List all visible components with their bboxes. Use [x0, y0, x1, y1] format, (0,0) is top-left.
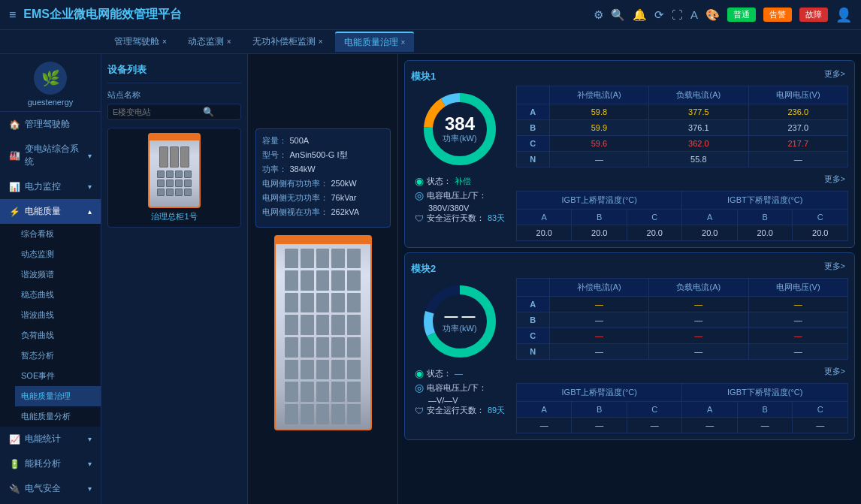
navtabs: 管理驾驶舱 × 动态监测 × 无功补偿柜监测 × 电能质量治理 ×: [0, 30, 861, 54]
igbt-upper-header: IGBT上桥臂温度(°C): [517, 192, 682, 210]
module2-table2: IGBT上桥臂温度(°C) IGBT下桥臂温度(°C) ABCABC —————…: [516, 383, 848, 433]
module1-table1: 补偿电流(A) 负载电流(A) 电网电压(V) A 59.8 377.5 236…: [516, 86, 848, 167]
user-icon[interactable]: 👤: [835, 7, 852, 23]
module1-header: 模块1: [411, 70, 509, 83]
module2-donut-center: — — 功率(kW): [443, 309, 476, 334]
module2-donut-info: ◉ 状态： — ◎ 电容电压上/下： —V/—V 🛡 安全运行天数： 89: [415, 367, 505, 418]
search-icon[interactable]: 🔍: [611, 8, 625, 22]
device-panel: 设备列表 站点名称 🔍: [101, 54, 248, 504]
sidebar-item-overview[interactable]: 综合看板: [15, 224, 101, 244]
module1-table2: IGBT上桥臂温度(°C) IGBT下桥臂温度(°C) ABCABC 20.02…: [516, 191, 848, 241]
device-image-main: [148, 133, 201, 208]
spec-grid-apparent: 电网侧视在功率： 262kVA: [262, 207, 384, 218]
font-icon[interactable]: A: [690, 8, 698, 21]
table-row: C — — —: [517, 328, 848, 344]
col-volt-1: 电网电压(V): [748, 86, 847, 104]
module1-more2[interactable]: 更多>: [516, 172, 848, 186]
fullscreen-icon[interactable]: ⛶: [672, 8, 683, 21]
refresh-icon[interactable]: ⟳: [654, 8, 664, 22]
logo-circle: 🌿: [34, 62, 67, 95]
status-warn-btn[interactable]: 告警: [763, 8, 792, 22]
station-search-input[interactable]: [113, 107, 203, 116]
bell-icon[interactable]: 🔔: [633, 8, 647, 22]
sidebar-item-steady[interactable]: 稳态曲线: [15, 285, 101, 305]
igbt-sub-header: C: [793, 402, 848, 418]
module2-days-row: 🛡 安全运行天数： 89天: [415, 405, 505, 416]
module2-donut-container: 模块2 — — 功率(kW): [411, 259, 509, 433]
tab-reactive[interactable]: 无功补偿柜监测 ×: [243, 32, 332, 51]
device-card-main[interactable]: 治理总柜1号: [107, 128, 241, 228]
sidebar: 🌿 guestenergy 🏠 管理驾驶舱 🏭 变电站综合系统 ▾ 📊 电力监控…: [0, 54, 101, 504]
cabinet-spec: 容量： 500A 型号： AnSin500-G I型 功率： 384kW 电网侧…: [255, 128, 391, 228]
spec-capacity: 容量： 500A: [262, 135, 384, 146]
module2-table-area: 更多> 补偿电流(A) 负载电流(A) 电网电压(V) A — —: [516, 259, 848, 433]
sidebar-sub-quality: 综合看板 动态监测 谐波频谱 稳态曲线 谐波曲线 负荷曲线 暂态分析 SOE事件…: [0, 224, 101, 427]
station-search[interactable]: 🔍: [107, 104, 241, 120]
search-icon[interactable]: 🔍: [203, 107, 214, 117]
tab-close-3[interactable]: ×: [401, 38, 406, 47]
settings-icon[interactable]: ⚙: [594, 8, 603, 22]
igbt-sub-header: C: [793, 210, 848, 225]
igbt-sub-header: A: [682, 210, 737, 225]
table-row: B — — —: [517, 312, 848, 328]
cabinet-top-bar: [276, 237, 370, 244]
igbt-sub-header: C: [627, 402, 682, 418]
igbt-sub-header: B: [737, 402, 792, 418]
tab-quality[interactable]: 电能质量治理 ×: [335, 32, 415, 52]
tab-close-2[interactable]: ×: [319, 38, 323, 46]
sidebar-item-dynamic[interactable]: 动态监测: [15, 244, 101, 264]
igbt-values-row: ——————: [517, 418, 848, 433]
sidebar-item-power-monitor[interactable]: 📊 电力监控 ▾: [0, 174, 101, 199]
sidebar-item-energy-analysis[interactable]: 🔋 能耗分析 ▾: [0, 451, 101, 476]
sidebar-item-harmonic-curve[interactable]: 谐波曲线: [15, 305, 101, 325]
table-row: N — — —: [517, 344, 848, 360]
sidebar-item-power-quality[interactable]: ⚡ 电能质量 ▴: [0, 199, 101, 224]
sidebar-item-energy-stats[interactable]: 📈 电能统计 ▾: [0, 427, 101, 451]
igbt-sub-header: A: [682, 402, 737, 418]
igbt-lower-header: IGBT下桥臂温度(°C): [682, 192, 848, 210]
cabinet-big-image: [274, 235, 372, 430]
station-label: 站点名称: [107, 89, 241, 101]
sidebar-item-electric-safety[interactable]: 🔌 电气安全 ▾: [0, 476, 101, 501]
status-fault-btn[interactable]: 故障: [799, 8, 828, 22]
col-phase-2: [517, 279, 550, 297]
sidebar-item-soe[interactable]: SOE事件: [15, 366, 101, 386]
igbt-sub-header: B: [572, 402, 627, 418]
igbt-sub-header: C: [627, 210, 682, 225]
status-normal-btn[interactable]: 普通: [727, 8, 756, 22]
igbt-sub-header: B: [572, 210, 627, 225]
theme-icon[interactable]: 🎨: [705, 8, 720, 22]
modules-area: 模块1 384: [398, 54, 861, 504]
sidebar-item-transient[interactable]: 暂态分析: [15, 346, 101, 366]
module1-status-row: ◉ 状态： 补偿: [415, 175, 505, 187]
tab-dynamic[interactable]: 动态监测 ×: [179, 32, 240, 51]
spec-power: 功率： 384kW: [262, 164, 384, 175]
module1-donut-info: ◉ 状态： 补偿 ◎ 电容电压上/下： 380V/380V 🛡 安全运行天数：: [415, 175, 505, 226]
tab-close-0[interactable]: ×: [162, 38, 167, 46]
module1-more1[interactable]: 更多>: [516, 67, 848, 81]
device-name: 治理总柜1号: [151, 211, 197, 222]
module1-table-area: 更多> 补偿电流(A) 负载电流(A) 电网电压(V) A 59.8 37: [516, 67, 848, 241]
menu-icon[interactable]: ≡: [9, 8, 16, 22]
module2-header: 模块2: [411, 262, 509, 276]
spec-grid-active: 电网侧有功功率： 250kW: [262, 178, 384, 189]
col-comp-2: 补偿电流(A): [549, 279, 648, 297]
device-panel-title: 设备列表: [107, 60, 241, 83]
sidebar-item-load-curve[interactable]: 负荷曲线: [15, 325, 101, 346]
tab-close-1[interactable]: ×: [227, 38, 231, 46]
sidebar-item-mgmt[interactable]: 🏠 管理驾驶舱: [0, 112, 101, 137]
module2-more2[interactable]: 更多>: [516, 364, 848, 379]
topbar: ≡ EMS企业微电网能效管理平台 ⚙ 🔍 🔔 ⟳ ⛶ A 🎨 普通 告警 故障 …: [0, 0, 861, 30]
sidebar-item-prepaid[interactable]: 💰 预付费系统 ▾: [0, 501, 101, 504]
sidebar-item-harmonic[interactable]: 谐波频谱: [15, 264, 101, 285]
table-row: A — — —: [517, 297, 848, 312]
module2-more1[interactable]: 更多>: [516, 259, 848, 273]
sidebar-item-quality-analysis[interactable]: 电能质量分析: [15, 406, 101, 427]
igbt-sub-header: A: [517, 210, 572, 225]
topbar-actions: ⚙ 🔍 🔔 ⟳ ⛶ A 🎨 普通 告警 故障 👤: [594, 7, 852, 23]
tab-dashboard[interactable]: 管理驾驶舱 ×: [105, 32, 176, 51]
sidebar-item-substation[interactable]: 🏭 变电站综合系统 ▾: [0, 137, 101, 174]
module2-status-row: ◉ 状态： —: [415, 367, 505, 379]
module2-igbt-lower-header: IGBT下桥臂温度(°C): [682, 384, 848, 402]
sidebar-item-quality-manage[interactable]: 电能质量治理: [15, 386, 101, 406]
